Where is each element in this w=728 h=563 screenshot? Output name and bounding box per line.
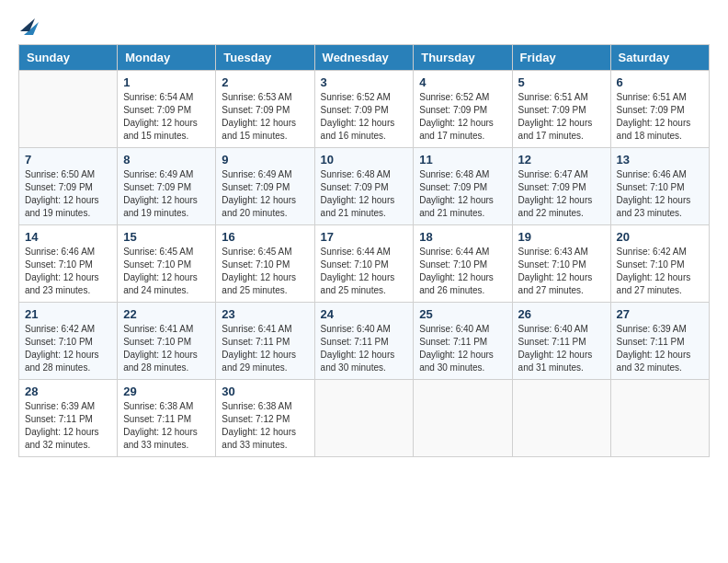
- calendar-cell: 24Sunrise: 6:40 AM Sunset: 7:11 PM Dayli…: [314, 303, 414, 380]
- week-row-1: 1Sunrise: 6:54 AM Sunset: 7:09 PM Daylig…: [19, 71, 710, 148]
- day-number: 16: [222, 230, 308, 244]
- week-row-3: 14Sunrise: 6:46 AM Sunset: 7:10 PM Dayli…: [19, 225, 710, 303]
- week-row-5: 28Sunrise: 6:39 AM Sunset: 7:11 PM Dayli…: [19, 380, 710, 457]
- day-number: 24: [321, 307, 408, 321]
- calendar-cell: [610, 380, 709, 457]
- day-number: 26: [518, 307, 605, 321]
- calendar-cell: 17Sunrise: 6:44 AM Sunset: 7:10 PM Dayli…: [314, 225, 414, 303]
- day-number: 7: [25, 153, 111, 167]
- day-info: Sunrise: 6:48 AM Sunset: 7:09 PM Dayligh…: [419, 168, 506, 220]
- day-number: 29: [123, 385, 210, 398]
- calendar-cell: [512, 380, 610, 457]
- day-number: 10: [321, 153, 408, 167]
- day-info: Sunrise: 6:38 AM Sunset: 7:12 PM Dayligh…: [222, 400, 308, 452]
- calendar-cell: 14Sunrise: 6:46 AM Sunset: 7:10 PM Dayli…: [19, 225, 118, 303]
- calendar-cell: 8Sunrise: 6:49 AM Sunset: 7:09 PM Daylig…: [118, 148, 216, 225]
- calendar-cell: 11Sunrise: 6:48 AM Sunset: 7:09 PM Dayli…: [414, 148, 512, 225]
- day-number: 25: [419, 307, 506, 321]
- day-number: 1: [123, 75, 210, 89]
- day-header-tuesday: Tuesday: [216, 45, 314, 71]
- day-info: Sunrise: 6:45 AM Sunset: 7:10 PM Dayligh…: [123, 246, 210, 297]
- day-info: Sunrise: 6:41 AM Sunset: 7:11 PM Dayligh…: [222, 323, 308, 374]
- calendar-cell: 16Sunrise: 6:45 AM Sunset: 7:10 PM Dayli…: [216, 225, 314, 303]
- day-number: 5: [518, 75, 605, 89]
- calendar-cell: 12Sunrise: 6:47 AM Sunset: 7:09 PM Dayli…: [512, 148, 610, 225]
- calendar-cell: [314, 380, 414, 457]
- day-info: Sunrise: 6:44 AM Sunset: 7:10 PM Dayligh…: [419, 246, 506, 297]
- week-row-4: 21Sunrise: 6:42 AM Sunset: 7:10 PM Dayli…: [19, 303, 710, 380]
- day-info: Sunrise: 6:39 AM Sunset: 7:11 PM Dayligh…: [617, 323, 703, 374]
- calendar-header-row: SundayMondayTuesdayWednesdayThursdayFrid…: [19, 45, 710, 71]
- day-number: 17: [321, 230, 408, 244]
- day-info: Sunrise: 6:54 AM Sunset: 7:09 PM Dayligh…: [123, 91, 210, 143]
- day-number: 4: [419, 75, 506, 89]
- day-info: Sunrise: 6:46 AM Sunset: 7:10 PM Dayligh…: [25, 246, 111, 297]
- week-row-2: 7Sunrise: 6:50 AM Sunset: 7:09 PM Daylig…: [19, 148, 710, 225]
- day-info: Sunrise: 6:40 AM Sunset: 7:11 PM Dayligh…: [419, 323, 506, 374]
- day-info: Sunrise: 6:42 AM Sunset: 7:10 PM Dayligh…: [617, 246, 703, 297]
- day-number: 13: [617, 153, 703, 167]
- day-info: Sunrise: 6:41 AM Sunset: 7:10 PM Dayligh…: [123, 323, 210, 374]
- day-number: 15: [123, 230, 210, 244]
- day-info: Sunrise: 6:45 AM Sunset: 7:10 PM Dayligh…: [222, 246, 308, 297]
- day-info: Sunrise: 6:44 AM Sunset: 7:10 PM Dayligh…: [321, 246, 408, 297]
- day-number: 28: [25, 385, 111, 398]
- day-info: Sunrise: 6:50 AM Sunset: 7:09 PM Dayligh…: [25, 168, 111, 220]
- day-number: 2: [222, 75, 308, 89]
- day-number: 21: [25, 307, 111, 321]
- calendar-cell: 19Sunrise: 6:43 AM Sunset: 7:10 PM Dayli…: [512, 225, 610, 303]
- calendar-cell: 28Sunrise: 6:39 AM Sunset: 7:11 PM Dayli…: [19, 380, 118, 457]
- day-info: Sunrise: 6:39 AM Sunset: 7:11 PM Dayligh…: [25, 400, 111, 452]
- day-number: 22: [123, 307, 210, 321]
- logo: [18, 18, 39, 35]
- calendar-cell: 20Sunrise: 6:42 AM Sunset: 7:10 PM Dayli…: [610, 225, 709, 303]
- day-info: Sunrise: 6:52 AM Sunset: 7:09 PM Dayligh…: [419, 91, 506, 143]
- day-info: Sunrise: 6:43 AM Sunset: 7:10 PM Dayligh…: [518, 246, 605, 297]
- day-number: 8: [123, 153, 210, 167]
- calendar-cell: [414, 380, 512, 457]
- calendar-cell: 30Sunrise: 6:38 AM Sunset: 7:12 PM Dayli…: [216, 380, 314, 457]
- calendar-cell: 7Sunrise: 6:50 AM Sunset: 7:09 PM Daylig…: [19, 148, 118, 225]
- day-header-sunday: Sunday: [19, 45, 118, 71]
- calendar-cell: 6Sunrise: 6:51 AM Sunset: 7:09 PM Daylig…: [610, 71, 709, 148]
- day-info: Sunrise: 6:53 AM Sunset: 7:09 PM Dayligh…: [222, 91, 308, 143]
- day-number: 19: [518, 230, 605, 244]
- calendar-table: SundayMondayTuesdayWednesdayThursdayFrid…: [18, 44, 710, 457]
- day-number: 12: [518, 153, 605, 167]
- calendar-cell: [19, 71, 118, 148]
- calendar-cell: 10Sunrise: 6:48 AM Sunset: 7:09 PM Dayli…: [314, 148, 414, 225]
- calendar-cell: 9Sunrise: 6:49 AM Sunset: 7:09 PM Daylig…: [216, 148, 314, 225]
- calendar-body: 1Sunrise: 6:54 AM Sunset: 7:09 PM Daylig…: [19, 71, 710, 457]
- day-info: Sunrise: 6:46 AM Sunset: 7:10 PM Dayligh…: [617, 168, 703, 220]
- calendar-cell: 27Sunrise: 6:39 AM Sunset: 7:11 PM Dayli…: [610, 303, 709, 380]
- calendar-cell: 13Sunrise: 6:46 AM Sunset: 7:10 PM Dayli…: [610, 148, 709, 225]
- day-header-friday: Friday: [512, 45, 610, 71]
- calendar-cell: 4Sunrise: 6:52 AM Sunset: 7:09 PM Daylig…: [414, 71, 512, 148]
- day-number: 18: [419, 230, 506, 244]
- day-number: 6: [617, 75, 703, 89]
- calendar-cell: 5Sunrise: 6:51 AM Sunset: 7:09 PM Daylig…: [512, 71, 610, 148]
- calendar-cell: 26Sunrise: 6:40 AM Sunset: 7:11 PM Dayli…: [512, 303, 610, 380]
- day-info: Sunrise: 6:51 AM Sunset: 7:09 PM Dayligh…: [617, 91, 703, 143]
- day-info: Sunrise: 6:49 AM Sunset: 7:09 PM Dayligh…: [222, 168, 308, 220]
- day-header-thursday: Thursday: [414, 45, 512, 71]
- day-info: Sunrise: 6:38 AM Sunset: 7:11 PM Dayligh…: [123, 400, 210, 452]
- day-info: Sunrise: 6:42 AM Sunset: 7:10 PM Dayligh…: [25, 323, 111, 374]
- day-info: Sunrise: 6:47 AM Sunset: 7:09 PM Dayligh…: [518, 168, 605, 220]
- calendar-cell: 25Sunrise: 6:40 AM Sunset: 7:11 PM Dayli…: [414, 303, 512, 380]
- calendar-cell: 3Sunrise: 6:52 AM Sunset: 7:09 PM Daylig…: [314, 71, 414, 148]
- calendar-cell: 23Sunrise: 6:41 AM Sunset: 7:11 PM Dayli…: [216, 303, 314, 380]
- day-info: Sunrise: 6:40 AM Sunset: 7:11 PM Dayligh…: [518, 323, 605, 374]
- day-number: 30: [222, 385, 308, 398]
- day-header-monday: Monday: [118, 45, 216, 71]
- calendar-cell: 22Sunrise: 6:41 AM Sunset: 7:10 PM Dayli…: [118, 303, 216, 380]
- day-number: 14: [25, 230, 111, 244]
- calendar-cell: 18Sunrise: 6:44 AM Sunset: 7:10 PM Dayli…: [414, 225, 512, 303]
- day-info: Sunrise: 6:49 AM Sunset: 7:09 PM Dayligh…: [123, 168, 210, 220]
- logo-icon: [20, 18, 39, 35]
- page-header: [18, 18, 710, 35]
- calendar-cell: 21Sunrise: 6:42 AM Sunset: 7:10 PM Dayli…: [19, 303, 118, 380]
- day-info: Sunrise: 6:51 AM Sunset: 7:09 PM Dayligh…: [518, 91, 605, 143]
- day-number: 27: [617, 307, 703, 321]
- day-number: 3: [321, 75, 408, 89]
